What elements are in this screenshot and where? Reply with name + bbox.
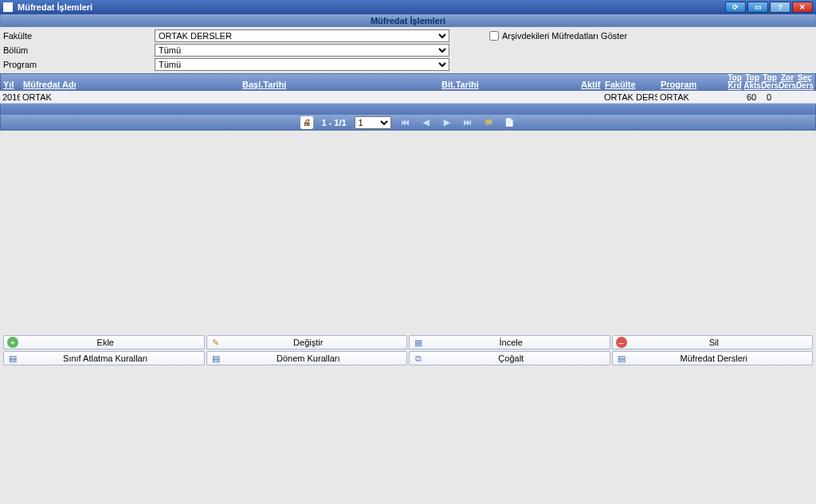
titlebar: Müfredat İşlemleri ⟳ ▭ ? ✕ [0,0,816,14]
help-button[interactable]: ? [770,2,790,13]
delete-label: Sil [630,338,813,347]
col-mufredat-adi[interactable]: Müfredat Adı [21,74,240,90]
col-top-akts[interactable]: TopAkts [743,74,761,90]
first-page-icon[interactable]: ⏮ [399,116,412,129]
table-row[interactable]: 2016 ORTAK ORTAK DERSLER ORTAK 60 0 [0,91,816,104]
cell-fakulte: ORTAK DERSLER [602,92,657,102]
book-icon: ▤ [616,353,627,364]
window-title: Müfredat İşlemleri [18,2,725,12]
program-select[interactable]: Tümü [155,58,449,71]
add-icon: + [7,337,18,348]
actions-panel: + Ekle ✎ Değiştir ▦ İncele – Sil ▤ Sınıf… [0,334,816,369]
app-icon [3,2,13,12]
filter-panel: Fakülte ORTAK DERSLER Arşivdekileri Müfr… [0,27,816,73]
view-label: İncele [427,338,610,347]
duplicate-label: Çoğalt [427,354,610,363]
archive-label: Arşivdekileri Müfredatları Göster [502,31,627,41]
col-top-ders[interactable]: TopDers [761,74,779,90]
cell-program: ORTAK [657,92,725,102]
pager-info: 1 - 1/1 [321,118,346,127]
delete-icon: – [616,337,627,348]
duplicate-button[interactable]: ⧉ Çoğalt [409,351,610,365]
pager: 🖨 1 - 1/1 1 ⏮ ◀ ▶ ⏭ ✉ 📄 [0,115,816,131]
refresh-button[interactable]: ⟳ [725,2,746,13]
curriculum-courses-label: Müfredat Dersleri [630,354,813,363]
col-program[interactable]: Program [658,74,726,90]
book-icon: ▤ [210,353,222,364]
export-icon[interactable]: 📄 [503,116,516,129]
term-rules-button[interactable]: ▤ Dönem Kuralları [206,351,408,365]
term-rules-label: Dönem Kuralları [225,354,407,363]
col-fakulte[interactable]: Fakülte [602,74,658,90]
export-excel-icon[interactable]: ✉ [482,116,495,129]
col-aktif[interactable]: Aktif [579,74,602,90]
dept-select[interactable]: Tümü [155,44,449,57]
edit-icon: ✎ [210,337,222,348]
next-page-icon[interactable]: ▶ [441,116,453,129]
pager-page-select[interactable]: 1 [355,116,391,129]
cell-yil: 2016 [0,92,20,102]
col-zor-ders[interactable]: ZorDers [779,74,796,90]
copy-icon: ⧉ [413,353,424,364]
class-rules-label: Sınıf Atlatma Kuralları [22,354,204,363]
class-rules-button[interactable]: ▤ Sınıf Atlatma Kuralları [3,351,205,365]
last-page-icon[interactable]: ⏭ [461,116,474,129]
curriculum-courses-button[interactable]: ▤ Müfredat Dersleri [612,351,814,365]
delete-button[interactable]: – Sil [612,335,814,350]
add-label: Ekle [22,338,204,347]
print-icon[interactable]: 🖨 [300,116,313,129]
table-body: 2016 ORTAK ORTAK DERSLER ORTAK 60 0 [0,91,816,104]
bottom-empty [0,369,816,504]
archive-checkbox[interactable] [489,31,499,41]
col-basl-tarihi[interactable]: Başl.Tarihi [240,74,439,90]
dept-label: Bölüm [3,45,155,55]
col-yil[interactable]: Yıl [1,74,21,90]
edit-button[interactable]: ✎ Değiştir [206,335,408,350]
add-button[interactable]: + Ekle [3,335,205,350]
faculty-label: Fakülte [3,31,155,41]
col-top-krd[interactable]: TopKrd [726,74,743,90]
cell-top-akts: 60 [743,92,760,102]
table-header: Yıl Müfredat Adı Başl.Tarihi Bit.Tarihi … [0,73,816,91]
program-label: Program [3,60,155,69]
cell-top-ders: 0 [760,92,778,102]
book-icon: ▤ [7,353,18,364]
close-button[interactable]: ✕ [792,2,813,13]
empty-area [0,131,816,334]
view-button[interactable]: ▦ İncele [409,335,610,350]
grid-gap [0,104,816,115]
col-bit-tarihi[interactable]: Bit.Tarihi [439,74,579,90]
minimize-button[interactable]: ▭ [747,2,768,13]
prev-page-icon[interactable]: ◀ [420,116,433,129]
col-sec-ders[interactable]: SeçDers [796,74,814,90]
panel-title: Müfredat İşlemleri [0,14,816,27]
faculty-select[interactable]: ORTAK DERSLER [155,29,449,42]
cell-ad: ORTAK [20,92,239,102]
view-icon: ▦ [413,337,424,348]
edit-label: Değiştir [225,338,407,347]
